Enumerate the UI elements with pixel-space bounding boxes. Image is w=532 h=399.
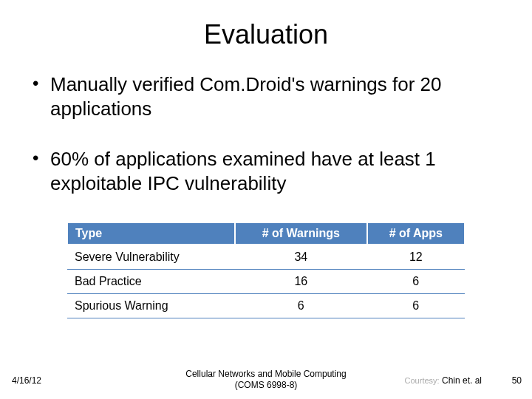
cell-warnings: 6 [235,294,367,318]
cell-warnings: 16 [235,270,367,294]
footer-center-line1: Cellular Networks and Mobile Computing [185,369,346,379]
slide: Evaluation Manually verified Com.Droid's… [0,0,532,399]
cell-apps: 6 [367,270,465,294]
col-header-apps: # of Apps [367,222,465,245]
table-row: Bad Practice 16 6 [67,270,465,294]
col-header-type: Type [67,222,235,245]
table-header-row: Type # of Warnings # of Apps [67,222,465,245]
cell-apps: 6 [367,294,465,318]
page-number: 50 [512,375,522,386]
col-header-warnings: # of Warnings [235,222,367,245]
footer-center-line2: (COMS 6998-8) [235,380,298,390]
footer-courtesy: Courtesy: Chin et. al [405,375,482,386]
page-title: Evaluation [30,19,502,50]
cell-type: Bad Practice [67,270,235,294]
cell-type: Severe Vulnerability [67,245,235,270]
table-wrap: Type # of Warnings # of Apps Severe Vuln… [66,222,502,318]
table-row: Spurious Warning 6 6 [67,294,465,318]
slide-footer: 4/16/12 Cellular Networks and Mobile Com… [0,366,532,393]
table-row: Severe Vulnerability 34 12 [67,245,465,270]
bullet-item: Manually verified Com.Droid's warnings f… [30,72,502,120]
bullet-list: Manually verified Com.Droid's warnings f… [30,72,502,195]
cell-type: Spurious Warning [67,294,235,318]
cell-apps: 12 [367,245,465,270]
courtesy-label: Courtesy: [405,376,440,385]
courtesy-name: Chin et. al [442,375,482,386]
vulnerability-table: Type # of Warnings # of Apps Severe Vuln… [66,222,466,318]
bullet-item: 60% of applications examined have at lea… [30,147,502,195]
cell-warnings: 34 [235,245,367,270]
